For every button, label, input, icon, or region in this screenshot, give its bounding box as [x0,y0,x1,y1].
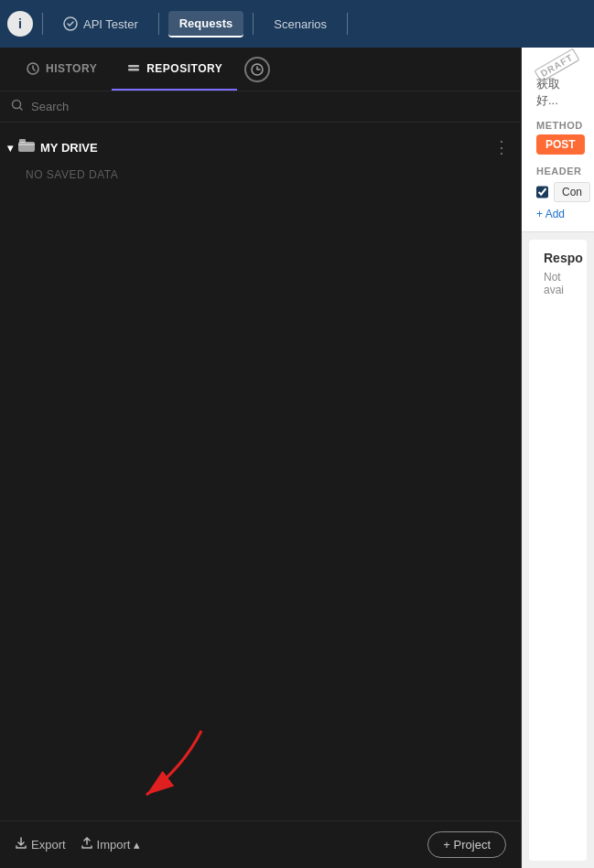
add-project-button[interactable]: + Project [427,831,506,858]
nav-divider-3 [253,13,254,35]
header-section-label: HEADER [536,166,579,177]
tab-repository-label: REPOSITORY [146,62,222,75]
search-icon [11,99,24,114]
drive-icon [18,139,35,155]
tab-repository[interactable]: REPOSITORY [112,48,237,91]
drive-title: MY DRIVE [40,141,98,155]
method-badge: POST [536,134,585,155]
tab-bar: HISTORY REPOSITORY [0,48,521,91]
right-panel-top: DRAFT 获取好... METHOD POST HEADER Con + Ad… [522,48,594,232]
nav-divider-1 [42,13,43,35]
header-row: Con [536,182,579,202]
bottom-bar: Export Import ▴ + Project [0,820,521,868]
search-input[interactable] [31,100,510,113]
drive-more-icon[interactable]: ⋮ [493,137,510,157]
svg-point-5 [13,101,21,109]
response-title: Respo [544,251,572,265]
main-area: HISTORY REPOSITORY [0,48,594,868]
tab-history[interactable]: HISTORY [11,48,112,91]
import-icon [81,837,93,852]
app-logo: i [7,11,33,37]
export-button[interactable]: Export [15,837,66,852]
import-chevron: ▴ [134,838,140,852]
history-icon [26,61,40,76]
right-panel: DRAFT 获取好... METHOD POST HEADER Con + Ad… [522,48,594,868]
search-wrap [11,99,510,114]
drive-header[interactable]: MY DRIVE ⋮ [0,134,521,161]
import-button[interactable]: Import ▴ [81,837,141,852]
nav-requests[interactable]: Requests [168,11,244,38]
check-circle-icon [63,16,78,31]
no-saved-data: NO SAVED DATA [0,161,521,188]
collapse-icon [7,141,13,155]
svg-rect-6 [18,142,35,152]
bottom-left: Export Import ▴ [15,837,140,852]
nav-divider-4 [347,13,348,35]
header-checkbox[interactable] [536,185,548,199]
export-icon [15,837,27,852]
top-nav: i API Tester Requests Scenarios [0,0,594,48]
sidebar: HISTORY REPOSITORY [0,48,522,868]
drive-section: MY DRIVE ⋮ NO SAVED DATA [0,123,521,820]
method-label: METHOD [536,120,579,131]
search-bar [0,91,521,123]
svg-rect-3 [128,69,139,71]
add-header-button[interactable]: + Add [536,208,565,220]
svg-rect-7 [19,139,26,143]
nav-scenarios[interactable]: Scenarios [263,12,338,37]
tab-history-label: HISTORY [46,62,97,75]
repository-icon [126,61,141,76]
svg-rect-2 [128,65,139,68]
header-con-value: Con [554,182,590,202]
response-status: Not avai [544,271,572,296]
tab-clock[interactable] [244,57,270,82]
response-panel: Respo Not avai [529,240,587,861]
nav-api-tester[interactable]: API Tester [52,11,149,37]
drive-header-left: MY DRIVE [7,139,98,155]
nav-divider-2 [158,13,159,35]
